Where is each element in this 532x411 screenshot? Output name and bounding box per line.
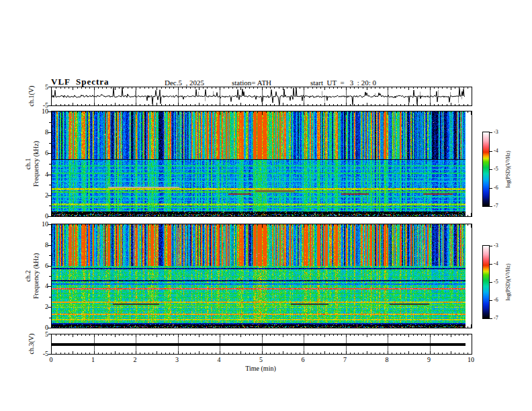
spect1-freq-tick-label: 0	[30, 213, 48, 220]
spect2-freq-tick-label: 4	[30, 283, 48, 289]
axis-tick	[49, 276, 51, 277]
spect1-freq-tick-label: 8	[30, 129, 48, 136]
colorbar-ch2	[482, 245, 490, 319]
ch1v-canvas	[52, 87, 472, 105]
axis-tick	[48, 245, 51, 246]
axis-tick	[48, 195, 51, 196]
axis-tick	[49, 255, 51, 256]
axis-tick	[48, 307, 51, 308]
colorbar-ch2-tick-label: -3	[494, 243, 506, 248]
axis-tick	[48, 87, 51, 87]
axis-tick	[48, 105, 51, 106]
x-tick-label: 2	[128, 357, 142, 363]
colorbar-ch1-tick-label: -3	[494, 130, 506, 135]
page-title: VLF Spectra	[51, 77, 109, 87]
x-tick-label: 3	[171, 357, 184, 363]
spect2-freq-tick-label: 2	[30, 304, 48, 310]
ch1-spectrogram-panel	[51, 111, 472, 217]
axis-tick	[48, 153, 51, 154]
spect1-freq-tick-label: 10	[30, 108, 48, 115]
axis-tick	[49, 164, 51, 165]
axis-tick	[49, 234, 51, 235]
axis-tick	[490, 206, 492, 207]
x-tick-label: 1	[87, 357, 100, 363]
ch1-waveform-panel	[51, 87, 472, 106]
spect1-channel-label: ch.1	[24, 141, 32, 187]
ch1v-ymin-label: -5	[30, 102, 48, 109]
spect2-frequency-label: Frequency (kHz)	[32, 253, 40, 299]
colorbar-ch1-tick-label: -6	[494, 185, 506, 191]
colorbar-ch2-tick-label: -4	[494, 261, 506, 267]
axis-tick	[48, 334, 51, 334]
axis-tick	[48, 111, 51, 112]
spect1-freq-tick-label: 6	[30, 150, 48, 156]
axis-tick	[48, 224, 51, 225]
colorbar-ch1-tick-label: -5	[494, 167, 506, 172]
x-tick-label: 10	[464, 357, 478, 363]
spect2-freq-tick-label: 10	[30, 221, 48, 228]
ch3v-ymin-label: -5	[30, 351, 48, 357]
axis-tick	[48, 175, 51, 175]
axis-tick	[490, 132, 492, 133]
x-tick-label: 5	[255, 357, 268, 363]
x-tick-label: 6	[296, 357, 310, 363]
spect2-freq-tick-label: 8	[30, 242, 48, 248]
axis-tick	[490, 151, 492, 152]
vlf-spectra-figure: VLF Spectra Dec.5 , 2025 station= ATH st…	[0, 0, 532, 411]
axis-tick	[490, 282, 492, 283]
axis-tick	[48, 216, 51, 217]
colorbar-ch2-tick-label: -7	[494, 316, 506, 321]
x-tick-label: 0	[44, 357, 58, 363]
ch3-waveform-panel	[51, 334, 472, 355]
spect1-canvas	[52, 111, 472, 216]
axis-tick	[490, 300, 492, 301]
spect2-freq-tick-label: 6	[30, 263, 48, 269]
axis-tick	[48, 266, 51, 267]
spect2-canvas	[52, 224, 472, 328]
axis-tick	[490, 264, 492, 265]
ch1v-ymax-label: 5	[30, 84, 48, 91]
ch3v-canvas	[52, 334, 472, 354]
station-label: station= ATH	[232, 79, 271, 87]
colorbar-ch1-tick-label: -4	[494, 148, 506, 154]
axis-tick	[490, 188, 492, 189]
spect1-freq-tick-label: 2	[30, 192, 48, 199]
ch3v-ymax-label: 5	[30, 331, 48, 338]
axis-tick	[48, 286, 51, 287]
axis-tick	[490, 169, 492, 170]
colorbar-ch2-tick-label: -6	[494, 298, 506, 303]
start-ut-label: start UT = 3 : 20: 0	[310, 79, 376, 87]
axis-tick	[490, 246, 492, 246]
x-tick-label: 7	[339, 357, 352, 363]
axis-tick	[49, 122, 51, 123]
time-axis-label: Time (min)	[227, 365, 294, 372]
x-tick-label: 9	[423, 357, 436, 363]
axis-tick	[490, 318, 492, 319]
colorbar-ch2-tick-label: -5	[494, 279, 506, 285]
axis-tick	[49, 318, 51, 318]
axis-tick	[49, 297, 51, 298]
ch2-spectrogram-panel	[51, 224, 472, 328]
x-tick-label: 8	[380, 357, 394, 363]
spect1-freq-tick-label: 4	[30, 171, 48, 178]
axis-tick	[49, 143, 51, 144]
axis-tick	[49, 205, 51, 206]
axis-tick	[48, 354, 51, 355]
colorbar-ch1-tick-label: -7	[494, 203, 506, 209]
axis-tick	[49, 185, 51, 185]
spect1-frequency-label: Frequency (kHz)	[32, 141, 40, 187]
axis-tick	[48, 132, 51, 133]
x-tick-label: 4	[212, 357, 226, 363]
colorbar-ch1	[482, 132, 490, 207]
spect2-channel-label: ch.2	[24, 253, 32, 299]
axis-tick	[48, 328, 51, 328]
date-label: Dec.5 , 2025	[165, 79, 204, 87]
